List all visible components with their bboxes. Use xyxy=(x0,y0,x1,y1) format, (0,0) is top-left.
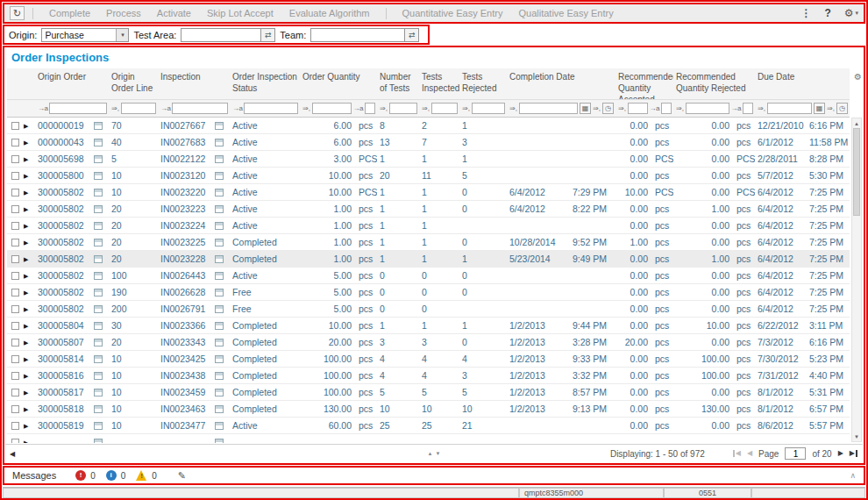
column-header-inspection[interactable]: Inspection xyxy=(158,68,230,99)
table-row[interactable]: ▶ 300005816 10 IN0023438 Completed 100.0… xyxy=(7,368,850,384)
row-expand-icon[interactable]: ▶ xyxy=(24,139,28,146)
row-checkbox[interactable] xyxy=(11,205,19,213)
reference-details-icon[interactable] xyxy=(215,272,224,280)
scrollbar-thumb[interactable] xyxy=(853,128,860,216)
row-checkbox[interactable] xyxy=(11,222,19,230)
row-checkbox[interactable] xyxy=(11,305,19,313)
filter-operator-icon[interactable]: ⇒, xyxy=(462,105,470,112)
filter-operator-icon[interactable]: ⇒, xyxy=(827,105,835,112)
row-checkbox[interactable] xyxy=(11,389,19,396)
reference-details-icon[interactable] xyxy=(215,422,224,430)
row-expand-icon[interactable]: ▶ xyxy=(24,156,28,162)
row-checkbox[interactable] xyxy=(11,172,19,180)
table-row[interactable]: ▶ 000000019 70 IN0027667 Active 6.00pcs … xyxy=(7,118,850,134)
filter-rec-rejected-unit-input[interactable] xyxy=(743,103,753,114)
row-checkbox[interactable] xyxy=(11,322,19,330)
filter-operator-icon[interactable]: ⇒, xyxy=(509,105,517,112)
reference-details-icon[interactable] xyxy=(94,222,103,230)
jump-to-icon[interactable]: →a xyxy=(38,105,47,112)
filter-rec-rejected-input[interactable] xyxy=(686,103,729,114)
row-checkbox[interactable] xyxy=(11,239,19,246)
settings-menu-button[interactable]: ⚙▾ xyxy=(844,7,858,19)
reference-details-icon[interactable] xyxy=(94,389,103,396)
reference-details-icon[interactable] xyxy=(215,222,224,230)
reference-details-icon[interactable] xyxy=(215,355,224,363)
row-expand-icon[interactable]: ▶ xyxy=(24,323,28,329)
action-qualitative-easy-entry[interactable]: Qualitative Easy Entry xyxy=(518,8,613,18)
filter-operator-icon[interactable]: ⇒, xyxy=(422,105,430,112)
test-area-browse-icon[interactable]: ⇄ xyxy=(261,28,275,42)
reference-details-icon[interactable] xyxy=(215,305,224,313)
reference-details-icon[interactable] xyxy=(94,122,103,130)
reference-details-icon[interactable] xyxy=(94,139,103,146)
row-expand-icon[interactable]: ▶ xyxy=(24,389,28,396)
reference-details-icon[interactable] xyxy=(94,305,103,313)
row-checkbox[interactable] xyxy=(11,355,19,363)
row-checkbox[interactable] xyxy=(11,272,19,280)
vertical-scrollbar[interactable]: ▲ ▼ xyxy=(851,118,862,442)
filter-tests-rejected-input[interactable] xyxy=(472,103,505,114)
grid-settings-icon[interactable]: ⚙ xyxy=(854,72,862,82)
filter-operator-icon[interactable]: ⇒, xyxy=(593,105,601,112)
row-expand-icon[interactable]: ▶ xyxy=(24,256,28,262)
column-header-number-of-tests[interactable]: Number of Tests xyxy=(377,68,419,99)
filter-number-of-tests-input[interactable] xyxy=(389,103,417,114)
table-row[interactable]: ▶ 300005818 10 IN0023463 Completed 130.0… xyxy=(7,401,850,418)
row-checkbox[interactable] xyxy=(11,155,19,163)
reference-details-icon[interactable] xyxy=(215,122,224,130)
row-checkbox[interactable] xyxy=(11,122,19,130)
column-header-completion-date[interactable]: Completion Date xyxy=(507,68,615,99)
calendar-icon[interactable]: ▦ xyxy=(814,103,825,114)
clock-icon[interactable]: ◷ xyxy=(836,103,848,114)
previous-page-button[interactable]: ◀ xyxy=(747,450,752,457)
test-area-input[interactable] xyxy=(181,28,261,42)
action-complete[interactable]: Complete xyxy=(49,8,90,18)
reference-details-icon[interactable] xyxy=(94,322,103,330)
row-expand-icon[interactable]: ▶ xyxy=(24,123,28,129)
reference-details-icon[interactable] xyxy=(215,405,224,413)
filter-line-input[interactable] xyxy=(121,103,156,114)
filter-operator-icon[interactable]: ⇒, xyxy=(111,105,119,112)
row-checkbox[interactable] xyxy=(11,139,19,146)
row-expand-icon[interactable]: ▶ xyxy=(24,339,28,346)
jump-to-icon[interactable]: →a xyxy=(353,105,363,112)
table-row[interactable]: ▶ 300005802 190 IN0026628 Free 5.00pcs 0… xyxy=(7,284,850,301)
row-checkbox[interactable] xyxy=(11,422,19,430)
row-expand-icon[interactable]: ▶ xyxy=(24,273,28,279)
reference-details-icon[interactable] xyxy=(215,322,224,330)
hscroll-left-icon[interactable]: ◀ xyxy=(10,450,15,458)
row-checkbox[interactable] xyxy=(11,405,19,413)
filter-due-date-input[interactable] xyxy=(767,103,812,114)
row-checkbox[interactable] xyxy=(11,289,19,296)
reference-details-icon[interactable] xyxy=(215,172,224,180)
reference-details-icon[interactable] xyxy=(215,255,224,263)
filter-inspection-input[interactable] xyxy=(172,103,228,114)
row-expand-icon[interactable]: ▶ xyxy=(24,223,28,229)
reference-details-icon[interactable] xyxy=(215,155,224,163)
page-input[interactable] xyxy=(785,447,806,460)
jump-to-icon[interactable]: →a xyxy=(650,105,659,112)
reference-details-icon[interactable] xyxy=(215,439,224,444)
action-evaluate-algorithm[interactable]: Evaluate Algorithm xyxy=(289,8,370,18)
table-row[interactable]: ▶ xyxy=(7,434,850,443)
row-expand-icon[interactable]: ▶ xyxy=(24,406,28,412)
scroll-down-icon[interactable]: ▼ xyxy=(854,432,859,441)
filter-operator-icon[interactable]: ⇒, xyxy=(618,105,626,112)
reference-details-icon[interactable] xyxy=(94,189,103,196)
row-expand-icon[interactable]: ▶ xyxy=(24,356,28,362)
row-checkbox[interactable] xyxy=(11,339,19,346)
reference-details-icon[interactable] xyxy=(215,372,224,380)
column-header-recommended-quantity-rejected[interactable]: Recommended Quantity Rejected xyxy=(673,68,755,99)
table-row[interactable]: ▶ 300005698 5 IN0022122 Active 3.00PCS 1… xyxy=(7,151,850,168)
reference-details-icon[interactable] xyxy=(94,205,103,213)
last-page-button[interactable]: ▶ xyxy=(850,450,858,457)
column-header-origin-order[interactable]: Origin Order xyxy=(35,68,109,99)
row-expand-icon[interactable]: ▶ xyxy=(24,289,28,296)
reference-details-icon[interactable] xyxy=(94,155,103,163)
jump-to-icon[interactable]: →a xyxy=(232,105,242,112)
team-input[interactable] xyxy=(310,28,405,42)
overflow-menu-icon[interactable]: ⋮ xyxy=(800,7,811,19)
team-browse-icon[interactable]: ⇄ xyxy=(405,28,419,42)
filter-tests-inspected-input[interactable] xyxy=(431,103,458,114)
filter-rec-accepted-input[interactable] xyxy=(628,103,648,114)
